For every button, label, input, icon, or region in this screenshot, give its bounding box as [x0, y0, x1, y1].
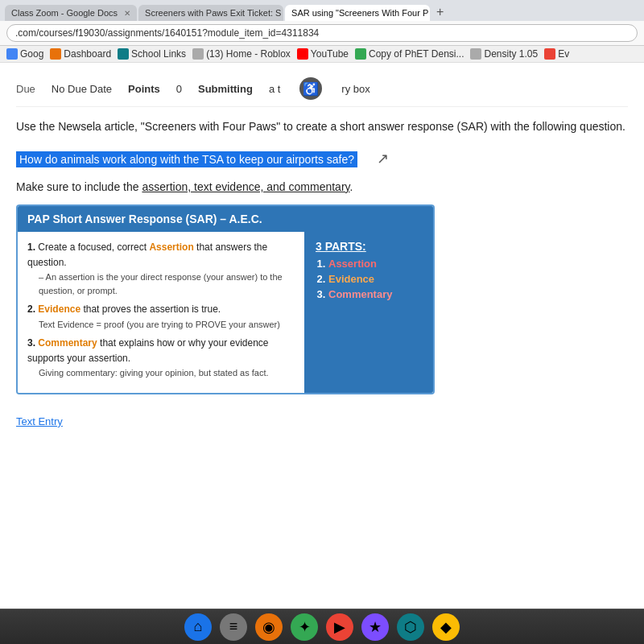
taskbar-icon-app3[interactable]: ★ [361, 613, 389, 641]
goog-icon [6, 48, 18, 60]
points-label: Points [128, 83, 160, 95]
bookmark-dashboard[interactable]: Dashboard [50, 48, 111, 60]
taskbar-icon-home[interactable]: ⌂ [184, 613, 212, 641]
bookmark-density[interactable]: Density 1.05 [470, 48, 538, 60]
parts-title: 3 PARTS: [316, 240, 422, 253]
part-1: Assertion [328, 258, 422, 270]
intro-text: Use the Newsela article, "Screeners with… [16, 118, 628, 135]
evidence-word: Evidence [38, 303, 80, 315]
assertion-word-1: Assertion [149, 242, 193, 253]
due-label: Due [16, 83, 35, 95]
sar-body: 1. Create a focused, correct Assertion t… [18, 232, 433, 393]
cursor-icon: ↗ [377, 151, 389, 167]
step3-num: 3. [27, 337, 35, 349]
tab-2-label: Screeners with Paws Exit Ticket: S [145, 8, 281, 18]
address-bar-row: .com/courses/f19030/assignments/1640151?… [0, 21, 644, 46]
sar-left-col: 1. Create a focused, correct Assertion t… [18, 232, 304, 393]
page-content: Due No Due Date Points 0 Submitting a t … [0, 63, 644, 610]
taskbar-icon-app2[interactable]: ▶ [326, 613, 353, 641]
dashboard-icon [50, 48, 61, 60]
tab-1-label: Class Zoom - Google Docs [11, 8, 118, 18]
bookmark-phet-label: Copy of PhET Densi... [369, 48, 464, 60]
bookmark-ev[interactable]: Ev [544, 48, 569, 60]
step3-text: 3. Commentary that explains how or why y… [27, 336, 295, 366]
bookmark-phet[interactable]: Copy of PhET Densi... [355, 48, 464, 60]
parts-list: Assertion Evidence Commentary [316, 258, 422, 300]
assignment-meta: Due No Due Date Points 0 Submitting a t … [16, 71, 628, 107]
taskbar: ⌂ ≡ ◉ ✦ ▶ ★ ⬡ ◆ [0, 609, 644, 644]
bookmark-goog-label: Goog [20, 48, 43, 60]
bookmark-school[interactable]: School Links [118, 48, 186, 60]
tab-3-label: SAR using "Screeners With Four P [291, 8, 428, 18]
tab-3[interactable]: SAR using "Screeners With Four P ✕ [285, 5, 430, 21]
sar-box: PAP Short Answer Response (SAR) – A.E.C.… [16, 204, 435, 394]
sar-step-1: 1. Create a focused, correct Assertion t… [27, 240, 295, 297]
bookmark-goog[interactable]: Goog [6, 48, 43, 60]
part-2: Evidence [328, 273, 422, 285]
step3-sub: Giving commentary: giving your opinion, … [39, 366, 295, 380]
new-tab-button[interactable]: + [431, 3, 448, 21]
bookmark-home-label: (13) Home - Roblox [206, 48, 291, 60]
sar-step-3: 3. Commentary that explains how or why y… [27, 336, 295, 380]
part-3-label: Commentary [328, 288, 392, 300]
accessibility-icon[interactable]: ♿ [299, 77, 322, 100]
ev-icon [544, 48, 555, 60]
step2-text: 2. Evidence that proves the assertion is… [27, 302, 295, 317]
part-3: Commentary [328, 288, 422, 300]
assertion-underline: assertion, text evidence, and commentary [142, 180, 349, 193]
bookmark-school-label: School Links [131, 48, 186, 60]
instructions-block: Use the Newsela article, "Screeners with… [16, 118, 628, 135]
bookmark-dashboard-label: Dashboard [64, 48, 111, 60]
submitting-label: Submitting [198, 83, 253, 95]
bookmarks-bar: Goog Dashboard School Links (13) Home - … [0, 46, 644, 63]
step2-num: 2. [27, 303, 35, 315]
step1-num: 1. [27, 242, 35, 253]
due-value: No Due Date [52, 83, 112, 95]
tab-1-close[interactable]: ✕ [124, 9, 130, 18]
submitting-suffix: ry box [341, 83, 369, 95]
address-bar[interactable]: .com/courses/f19030/assignments/1640151?… [6, 24, 638, 42]
home-icon [192, 48, 204, 60]
text-entry-link[interactable]: Text Entry [16, 415, 63, 427]
bookmark-density-label: Density 1.05 [484, 48, 538, 60]
bookmark-home[interactable]: (13) Home - Roblox [192, 48, 291, 60]
bookmark-youtube[interactable]: YouTube [297, 48, 349, 60]
school-icon [118, 48, 129, 60]
part-2-label: Evidence [328, 273, 374, 285]
tab-2[interactable]: Screeners with Paws Exit Ticket: S ✕ [138, 5, 283, 21]
browser-chrome: Class Zoom - Google Docs ✕ Screeners wit… [0, 0, 644, 63]
step1-text: 1. Create a focused, correct Assertion t… [27, 240, 295, 270]
taskbar-icon-files[interactable]: ≡ [220, 613, 247, 641]
question-block: How do animals work along with the TSA t… [16, 143, 628, 174]
density-icon [470, 48, 481, 60]
highlighted-question: How do animals work along with the TSA t… [16, 151, 357, 167]
commentary-word: Commentary [38, 337, 97, 349]
sar-step-2: 2. Evidence that proves the assertion is… [27, 302, 295, 331]
part-1-label: Assertion [328, 258, 377, 270]
taskbar-icon-app4[interactable]: ⬡ [397, 613, 424, 641]
phet-icon [355, 48, 366, 60]
taskbar-icon-app5[interactable]: ◆ [432, 613, 460, 641]
bookmark-ev-label: Ev [558, 48, 569, 60]
taskbar-icon-app1[interactable]: ✦ [291, 613, 318, 641]
step2-sub: Text Evidence = proof (you are trying to… [39, 318, 295, 332]
step1-sub: – An assertion is the your direct respon… [39, 270, 295, 297]
taskbar-icon-chrome[interactable]: ◉ [255, 613, 283, 641]
tabs-bar: Class Zoom - Google Docs ✕ Screeners wit… [0, 0, 644, 21]
reminder-text: Make sure to include the assertion, text… [16, 180, 628, 193]
points-value: 0 [176, 83, 182, 95]
sar-header: PAP Short Answer Response (SAR) – A.E.C. [18, 206, 433, 232]
youtube-icon [297, 48, 308, 60]
tab-1[interactable]: Class Zoom - Google Docs ✕ [5, 5, 137, 21]
sar-right-col: 3 PARTS: Assertion Evidence Commentary [304, 232, 433, 393]
submitting-prefix: a t [269, 83, 280, 95]
bookmark-youtube-label: YouTube [311, 48, 349, 60]
